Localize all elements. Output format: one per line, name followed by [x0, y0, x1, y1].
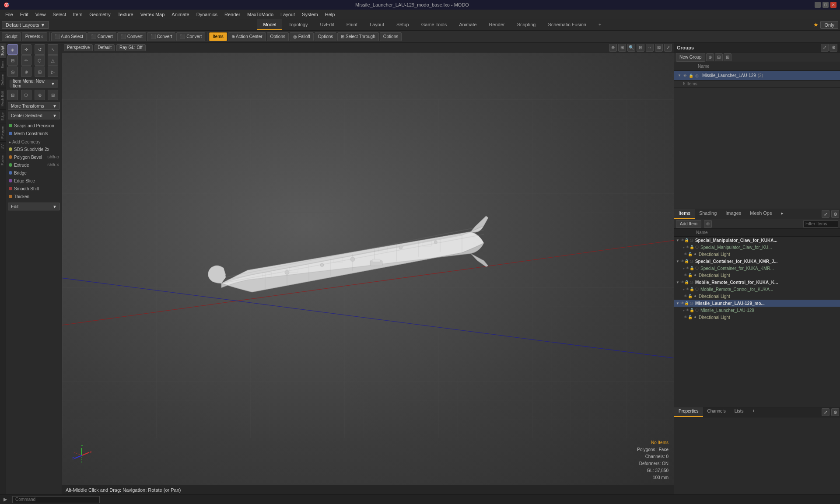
ray-gl-button[interactable]: Ray GL: Off: [116, 44, 146, 51]
tool-pen-btn[interactable]: ✏: [21, 55, 32, 66]
prop-expand-btn[interactable]: ⤢: [822, 408, 830, 416]
tab-topology[interactable]: Topology: [282, 19, 314, 30]
side-tab-deform[interactable]: Deform: [0, 71, 6, 88]
tab-layout[interactable]: Layout: [364, 19, 390, 30]
default-view-button[interactable]: Default: [94, 44, 115, 51]
prop-settings-btn[interactable]: ⚙: [831, 408, 839, 416]
groups-settings-btn[interactable]: ⚙: [830, 44, 837, 52]
side-tab-fusion[interactable]: Fusion: [0, 152, 6, 168]
transform-btn-4[interactable]: ⊞: [48, 90, 58, 100]
sculpt-button[interactable]: Sculpt: [2, 32, 21, 41]
perspective-button[interactable]: Perspective: [64, 44, 93, 51]
menu-select[interactable]: Select: [49, 11, 70, 18]
items-button[interactable]: Items: [209, 32, 227, 41]
tab-schematic-fusion[interactable]: Schematic Fusion: [542, 19, 592, 30]
tab-animate[interactable]: Animate: [453, 19, 483, 30]
menu-vertex-map[interactable]: Vertex Map: [137, 11, 168, 18]
tab-game-tools[interactable]: Game Tools: [415, 19, 453, 30]
menu-maxtomodo[interactable]: MaxToModo: [244, 11, 277, 18]
minimize-button[interactable]: ─: [815, 2, 821, 8]
side-tab-edge[interactable]: Edge: [0, 109, 6, 123]
item-special-manipulator-mesh[interactable]: ▸ 👁 🔒 ⬡ Special_Manipulator_Claw_for_KU.…: [674, 244, 840, 251]
add-item-button[interactable]: Add Item: [676, 220, 701, 228]
item-special-manipulator-folder[interactable]: ▼ 👁 🔒 ◎ Special_Manipulator_Claw_for_KUK…: [674, 237, 840, 244]
side-tab-sculpt[interactable]: Sculpt: [0, 43, 6, 58]
vp-icon-5[interactable]: ↔: [646, 44, 654, 52]
extrude-btn[interactable]: Extrude Shift-X: [6, 161, 62, 169]
tab-paint[interactable]: Paint: [340, 19, 364, 30]
menu-texture[interactable]: Texture: [114, 11, 137, 18]
3d-viewport[interactable]: X Y Z No Items Polygons : Face Channels:…: [62, 52, 674, 485]
tab-scripting[interactable]: Scripting: [511, 19, 542, 30]
center-selected-dropdown[interactable]: Center Selected▼: [8, 112, 60, 119]
transform-btn-2[interactable]: ⬡: [21, 90, 32, 100]
tool-move-btn[interactable]: ✛: [21, 44, 32, 55]
menu-view[interactable]: View: [32, 11, 49, 18]
item-mobile-remote-mesh[interactable]: ▸ 👁 🔒 ⬡ Mobile_Remote_Control_for_KUKA..…: [674, 286, 840, 293]
only-button[interactable]: Only: [820, 21, 838, 29]
prop-tab-lists[interactable]: Lists: [730, 407, 748, 417]
tool-loop-btn[interactable]: ⊕: [21, 66, 32, 77]
menu-help[interactable]: Help: [322, 11, 339, 18]
filter-items-input[interactable]: [803, 220, 838, 228]
side-tab-item[interactable]: Item: [0, 58, 6, 71]
tool-path-btn[interactable]: ▷: [48, 66, 58, 77]
convert-button-2[interactable]: ⬛ Convert: [117, 32, 146, 41]
convert-button-4[interactable]: ⬛ Convert: [176, 32, 205, 41]
menu-item[interactable]: Item: [70, 11, 86, 18]
options-button-1[interactable]: Options: [267, 32, 289, 41]
tool-elem-btn[interactable]: ◎: [7, 66, 18, 77]
vp-icon-3[interactable]: 🔍: [627, 44, 635, 52]
items-expand-btn[interactable]: ⤢: [822, 210, 830, 218]
tab-uvedit[interactable]: UvEdit: [314, 19, 340, 30]
tool-mirror-btn[interactable]: ⊟: [7, 55, 18, 66]
menu-edit[interactable]: Edit: [17, 11, 32, 18]
items-settings-btn[interactable]: ⚙: [831, 210, 839, 218]
mesh-constraints-btn[interactable]: Mesh Constraints: [6, 130, 62, 137]
item-directional-light-2[interactable]: 👁 🔒 ✦ Directional Light: [674, 272, 840, 279]
vp-icon-2[interactable]: ⊞: [618, 44, 626, 52]
prop-tab-properties[interactable]: Properties: [674, 407, 703, 417]
prop-tab-channels[interactable]: Channels: [703, 407, 730, 417]
vp-expand[interactable]: ⤢: [664, 44, 672, 52]
add-tab-button[interactable]: +: [592, 19, 607, 30]
bridge-btn[interactable]: Bridge: [6, 169, 62, 177]
thicken-btn[interactable]: Thicken: [6, 192, 62, 200]
snaps-precision-btn[interactable]: Snaps and Precision: [6, 122, 62, 130]
item-directional-light-3[interactable]: 👁 🔒 ✦ Directional Light: [674, 293, 840, 300]
polygon-bevel-btn[interactable]: Polygon Bevel Shift-B: [6, 153, 62, 161]
options-button-3[interactable]: Options: [380, 32, 402, 41]
sds-subdivide-btn[interactable]: SDS Subdivide 2x: [6, 145, 62, 153]
maximize-button[interactable]: □: [822, 2, 829, 8]
vp-icon-4[interactable]: ⊟: [637, 44, 644, 52]
tool-scale-btn[interactable]: ⤡: [48, 44, 58, 55]
edge-slice-btn[interactable]: Edge Slice: [6, 177, 62, 185]
menu-dynamics[interactable]: Dynamics: [193, 11, 221, 18]
menu-layout[interactable]: Layout: [277, 11, 298, 18]
group-item-missile-launcher[interactable]: ▼ 👁 🔒 ◎ Missile_Launcher_LAU-129 (2): [674, 71, 840, 80]
side-tab-polygon[interactable]: Polygon: [0, 123, 6, 141]
close-button[interactable]: ✕: [830, 2, 836, 8]
item-special-container-mesh[interactable]: ▸ 👁 🔒 ⬡ Special_Container_for_KUKA_KMR..…: [674, 265, 840, 272]
item-mobile-remote-folder[interactable]: ▼ 👁 🔒 ◎ Mobile_Remote_Control_for_KUKA_K…: [674, 279, 840, 286]
action-center-button[interactable]: ⊕ Action Center: [228, 32, 266, 41]
tool-paint-btn[interactable]: ⬡: [35, 55, 45, 66]
layout-dropdown[interactable]: Default Layouts ▼: [2, 21, 49, 29]
items-tool-1[interactable]: ⊕: [704, 220, 712, 228]
presets-button[interactable]: Presets ✕: [22, 32, 47, 41]
new-item-dropdown[interactable]: Item Menu: New Item▼: [10, 80, 58, 88]
command-input[interactable]: [12, 496, 100, 503]
groups-tool-2[interactable]: ⊟: [715, 53, 723, 61]
groups-tool-3[interactable]: ⊞: [724, 53, 732, 61]
add-geometry-header[interactable]: ▸ Add Geometry: [6, 139, 62, 145]
tool-fill-btn[interactable]: ⊞: [35, 66, 45, 77]
menu-system[interactable]: System: [298, 11, 322, 18]
smooth-shift-btn[interactable]: Smooth Shift: [6, 185, 62, 192]
side-tab-uv[interactable]: UV: [0, 141, 6, 152]
menu-geometry[interactable]: Geometry: [86, 11, 114, 18]
more-transforms-dropdown[interactable]: More Transforms▼: [8, 102, 60, 110]
tool-shape-btn[interactable]: △: [48, 55, 58, 66]
options-button-2[interactable]: Options: [315, 32, 336, 41]
tab-more[interactable]: ▸: [777, 209, 788, 219]
groups-list[interactable]: ▼ 👁 🔒 ◎ Missile_Launcher_LAU-129 (2) 6 I…: [674, 71, 840, 209]
